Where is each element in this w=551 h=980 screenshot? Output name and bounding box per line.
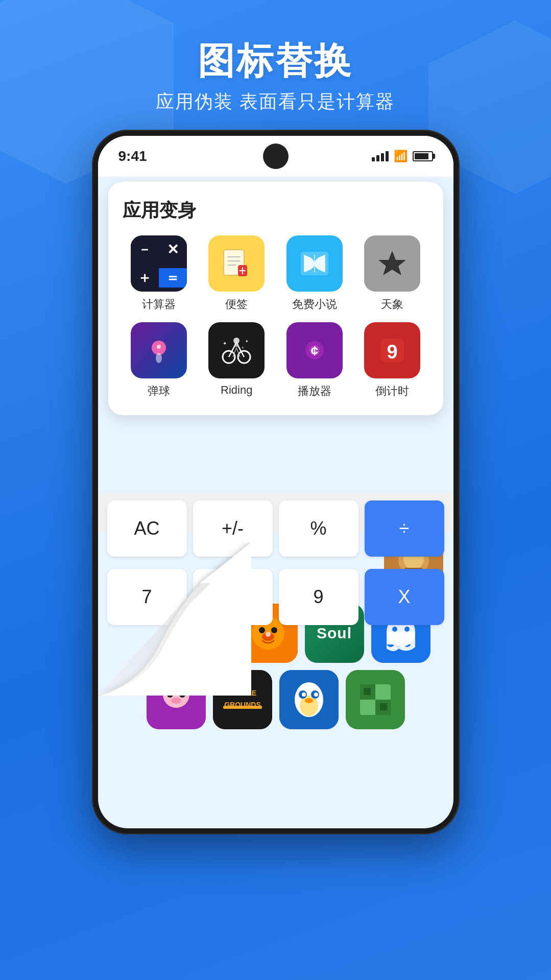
app-icon-calculator: － ✕ ＋ ＝ <box>131 235 187 292</box>
app-item-calculator[interactable]: － ✕ ＋ ＝ 计算器 <box>123 235 196 312</box>
status-bar: 9:41 📶 <box>98 136 453 177</box>
svg-point-63 <box>314 692 318 697</box>
app-item-riding[interactable]: ✦ ✦ ✦ Riding <box>200 322 273 399</box>
svg-text:BATTLE: BATTLE <box>228 689 256 697</box>
phone-screen: 9:41 📶 <box>98 136 453 828</box>
app-grid: － ✕ ＋ ＝ 计算器 <box>123 235 429 399</box>
svg-text:¢: ¢ <box>311 344 318 359</box>
svg-point-34 <box>195 626 199 630</box>
bottom-row-3: BATTLE GROUNDS <box>108 670 443 729</box>
app-item-player[interactable]: ¢ 播放器 <box>278 322 351 399</box>
calc-key-multiply[interactable]: X <box>365 569 444 625</box>
bottom-app-anime[interactable] <box>147 670 206 729</box>
camera-notch <box>263 144 289 169</box>
app-label-player: 播放器 <box>298 384 331 399</box>
panel-title: 应用变身 <box>123 198 429 223</box>
svg-point-39 <box>259 627 265 633</box>
app-icon-novel <box>286 235 343 292</box>
svg-point-50 <box>167 691 173 698</box>
svg-text:✦: ✦ <box>245 339 249 344</box>
calc-row-2: 7 8 9 X <box>107 569 444 625</box>
phone-frame: 9:41 📶 <box>92 130 460 834</box>
svg-marker-8 <box>378 251 406 275</box>
signal-icon <box>372 151 389 161</box>
svg-point-40 <box>271 627 277 633</box>
app-item-ball[interactable]: 弹球 <box>123 322 196 399</box>
app-label-timer: 倒计时 <box>375 384 409 399</box>
page-subtitle: 应用伪装 表面看只是计算器 <box>156 89 395 114</box>
header: 图标替换 应用伪装 表面看只是计算器 <box>156 0 395 114</box>
bottom-app-pubg[interactable]: BATTLE GROUNDS <box>213 670 272 729</box>
app-item-note[interactable]: 便签 <box>200 235 273 312</box>
calc-key-percent[interactable]: % <box>279 500 358 557</box>
status-icons: 📶 <box>372 150 433 163</box>
svg-point-51 <box>179 691 185 698</box>
app-item-novel[interactable]: 免费小说 <box>278 235 351 312</box>
app-label-riding: Riding <box>221 384 252 397</box>
app-label-ball: 弹球 <box>148 384 170 399</box>
phone-mockup: 9:41 📶 <box>92 130 460 834</box>
svg-rect-70 <box>380 703 387 710</box>
app-panel: 应用变身 － ✕ ＋ ＝ 计算器 <box>108 182 443 415</box>
page-title: 图标替换 <box>156 41 395 81</box>
svg-rect-53 <box>213 670 272 729</box>
status-time: 9:41 <box>118 148 147 164</box>
calc-key-divide[interactable]: ÷ <box>365 500 444 557</box>
svg-point-62 <box>302 692 306 697</box>
svg-point-35 <box>205 626 209 630</box>
battery-icon <box>413 151 433 161</box>
svg-point-10 <box>156 353 162 363</box>
calc-key-7[interactable]: 7 <box>107 569 187 625</box>
bottom-app-mc[interactable] <box>346 670 405 729</box>
svg-rect-56 <box>223 706 262 709</box>
calc-key-8[interactable]: 8 <box>193 569 273 625</box>
calculator-area: AC +/- % ÷ 7 8 9 X <box>98 493 453 532</box>
svg-rect-45 <box>387 632 415 644</box>
svg-rect-69 <box>364 688 371 695</box>
app-icon-player: ¢ <box>286 322 343 378</box>
svg-text:✦: ✦ <box>223 341 227 346</box>
svg-text:9: 9 <box>387 341 398 363</box>
app-item-timer[interactable]: 9 倒计时 <box>356 322 429 399</box>
app-icon-weather <box>364 235 420 292</box>
app-icon-ball <box>131 322 187 378</box>
calc-row-1: AC +/- % ÷ <box>107 500 444 557</box>
calc-key-plusminus[interactable]: +/- <box>193 500 273 557</box>
app-label-calculator: 计算器 <box>142 297 176 312</box>
app-label-weather: 天象 <box>381 297 403 312</box>
svg-point-52 <box>171 698 181 704</box>
svg-point-64 <box>305 698 313 703</box>
svg-point-47 <box>404 627 410 632</box>
app-label-note: 便签 <box>225 297 248 312</box>
svg-point-11 <box>157 345 161 349</box>
app-item-weather[interactable]: 天象 <box>356 235 429 312</box>
app-icon-timer: 9 <box>364 322 420 378</box>
calc-key-ac[interactable]: AC <box>107 500 187 557</box>
svg-point-46 <box>392 627 397 632</box>
app-icon-riding: ✦ ✦ ✦ <box>208 322 265 378</box>
wifi-icon: 📶 <box>394 150 408 163</box>
soul-label: Soul <box>317 625 352 642</box>
calc-key-9[interactable]: 9 <box>279 569 358 625</box>
app-label-novel: 免费小说 <box>292 297 337 312</box>
app-icon-note <box>208 235 265 292</box>
bottom-app-bird[interactable] <box>279 670 339 729</box>
svg-text:✦: ✦ <box>242 346 244 349</box>
svg-point-42 <box>266 632 271 637</box>
svg-point-36 <box>198 633 206 638</box>
